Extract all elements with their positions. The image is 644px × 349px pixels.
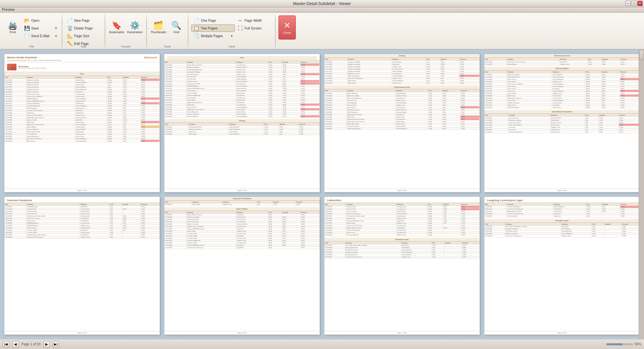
multiple-pages-label: Multiple Pages — [201, 34, 223, 38]
zoom-label: 59% — [635, 342, 641, 346]
email-icon: ✉️ — [24, 33, 30, 39]
table-row: 04.07.2009Lehmanns MarktstandCallahan La… — [165, 239, 320, 242]
page-6-ipoh-table: Date Company Employee Price Quantity Dis… — [164, 211, 320, 249]
table-row: 24.08.2009Die Wandernde KuhSuyama Michae… — [325, 249, 480, 251]
table-row: 13.08.2009Trafikk HypermarkederPeacock M… — [325, 127, 480, 130]
main-content: Master-Detail-Subdetail Stimulsoft This … — [0, 50, 644, 339]
thumbnails-button[interactable]: 🗂️ Thumbnails — [150, 15, 167, 40]
send-email-button[interactable]: ✉️ Send E-Mail ▼ — [22, 32, 59, 40]
table-row: 25.03.2009Bakverk MarkosLeverling Janet1… — [5, 126, 160, 128]
parameters-button[interactable]: ⚙️ Parameters — [126, 15, 144, 40]
page-8-octuple-table: Date Company Employee Price Quantity Dis… — [484, 223, 640, 237]
table-row: 19.08.2009Suven GasslerCallahan Laura260… — [485, 92, 640, 95]
bookmarks-button[interactable]: 🔖 Bookmarks — [108, 15, 125, 40]
table-row: 13.09.2010Antonio Moreno TaqueriaLeverli… — [165, 64, 320, 66]
maximize-button[interactable]: □ — [631, 1, 637, 6]
multiple-pages-button[interactable]: 🗒️ Multiple Pages ▼ — [191, 32, 235, 40]
find-button[interactable]: 🔍 Find — [168, 15, 185, 40]
edit-small-buttons: 📄 New Page 🗑️ Delete Page 📐 Page Size ✏️… — [65, 15, 102, 47]
table-row: 13.09.2009Berglunds snabbköpFuller Andre… — [485, 119, 640, 121]
table-row: 07.03.2009Fisk och hä FlitLeverling Jane… — [325, 208, 480, 210]
table-row: 21.04.2010Hungry Owl All-Night GrocersDo… — [5, 100, 160, 102]
table-row: 19.02.2010La maison d'AsieDavolio Nancy1… — [165, 92, 320, 94]
page-7-header: Lakkertikol — [324, 197, 480, 203]
doc-page-7[interactable]: Lakkertikol Date Company Employee Price … — [324, 196, 480, 335]
save-icon: 💾 — [24, 25, 30, 31]
new-page-icon: 📄 — [67, 18, 73, 23]
table-row: 07.03.2010Folia glaroShopLeverling Janet… — [5, 208, 160, 210]
doc-page-4[interactable]: Chartreuse verte Date Company Employee P… — [484, 54, 640, 192]
table-row: 08.03.2009Fisk och hä FlitLeverling Jane… — [325, 206, 480, 208]
panels-group-label: Panels — [105, 45, 146, 48]
preview-label: Preview — [0, 7, 644, 13]
last-page-button[interactable]: ▶| — [53, 341, 59, 348]
table-row: 08.10.2009Fisk och hä FlitSuyama Michael… — [165, 78, 320, 80]
logo-section: 🍓 Beverages Soft drinks, coffees, teas, … — [4, 62, 160, 72]
doc-page-1[interactable]: Master-Detail-Subdetail Stimulsoft This … — [4, 54, 160, 192]
doc-page-3[interactable]: Chang Date Company Employee Price Quanti… — [324, 54, 480, 192]
table-row: 14.11.2009Fisk och hä FlitSuyama Michael… — [165, 75, 320, 78]
table-row: 10.07.2009Nelson-Clabo MarkosDavolio Nan… — [485, 124, 640, 126]
table-row: 07.11.2009Island TradingCallahan Laura46… — [165, 230, 320, 232]
titlebar: Master-Detail-Subdetail - Viewer ─ □ ✕ — [0, 0, 644, 7]
window-close-button[interactable]: ✕ — [637, 1, 643, 6]
page-3-table: Date Company Employee Price Quantity Dis… — [324, 58, 480, 84]
page-width-button[interactable]: ↔️ Page Width — [235, 17, 272, 24]
save-button[interactable]: 💾 Save ▼ — [22, 24, 59, 32]
scrollbar-thumb[interactable] — [639, 50, 644, 60]
table-row: 10.01.2010Rattlesnake Canyon GroceryLeve… — [325, 118, 480, 120]
page-2-table: Date Company Employee Price Quantity Dis… — [164, 61, 320, 118]
table-row: 07.02.2009Lonesome Pine RestaurantKing R… — [5, 109, 160, 112]
table-row: 04.09.2010Rattlesnake Canyon GroceryDavo… — [325, 120, 480, 123]
table-row: 14.04.2009La maison d'AsieLeverling Jane… — [165, 237, 320, 239]
col-date: Date — [165, 61, 186, 64]
table-row: 08.01.2009Berglunds snabbköpPeacock Marg… — [325, 251, 480, 253]
page-4-cote: Côte de Blaye — [484, 67, 640, 70]
open-button[interactable]: 📂 Open — [22, 17, 59, 24]
col-date: Date — [5, 76, 26, 79]
zoom-track — [606, 343, 623, 345]
page-1-number: Page 1 of 59 — [4, 188, 160, 192]
page-2-header: One — [164, 54, 320, 61]
vertical-scrollbar[interactable] — [639, 50, 644, 339]
next-page-button[interactable]: ▶ — [43, 341, 50, 348]
logo-image: 🍓 — [7, 64, 16, 70]
table-row: 22.02.2010Rattlesnake Canyon GroceryPeac… — [5, 123, 160, 126]
table-row: 18.09.2009La maison d'AsieKing Robert46,… — [165, 235, 320, 237]
col-company: Company — [26, 76, 75, 79]
doc-page-5[interactable]: Guaraná Fantástica Date Company Employee… — [4, 196, 160, 335]
zoom-slider[interactable] — [606, 343, 633, 345]
table-row: 23.07.2009Folis Head Gourmet ProvisionsK… — [485, 61, 640, 63]
page-7-number: Page 7 of 59 — [324, 331, 480, 335]
two-pages-button[interactable]: 📋 Two Pages — [191, 24, 235, 32]
one-page-button[interactable]: 📄 One Page — [191, 17, 235, 24]
page-8-header: Laughing Lumberjack Lager — [484, 197, 640, 203]
table-row: 02.09.2010Wales ZápoliCallahan Laura4,9p… — [165, 203, 320, 206]
full-screen-button[interactable]: ⛶ Full Screen — [235, 24, 272, 32]
minimize-button[interactable]: ─ — [625, 1, 631, 6]
table-row: 09.03.2009Alfredo SalsichainSuyama Micha… — [325, 92, 480, 95]
prev-page-button[interactable]: ◀ — [12, 341, 19, 348]
new-page-button[interactable]: 📄 New Page — [65, 17, 102, 24]
table-row: 08.03.2009Lonesome Pine RestaurantKing R… — [485, 213, 640, 215]
table-row: 12.03.2009The Cracker BoxLeverling Janet… — [5, 133, 160, 135]
delete-page-button[interactable]: 🗑️ Delete Page — [65, 24, 102, 32]
table-row: 27.03.2009Bakverk MarkosCallahan Laura16… — [485, 63, 640, 65]
statusbar: |◀ ◀ Page 1 of 59 ▶ ▶| 59% — [0, 339, 644, 349]
table-row: 08.02.2010Ricardo AdocicadosDavolio Nanc… — [325, 123, 480, 125]
view-buttons: 📄 One Page 📋 Two Pages 🗒️ Multiple Pages… — [191, 14, 272, 48]
file-buttons: 🖨️ Print 📂 Open 💾 Save ▼ ✉️ Send E-Mail … — [4, 14, 59, 48]
close-button[interactable]: ✕ Close — [278, 15, 296, 40]
doc-page-2[interactable]: One Date Company Employee Price Quantity… — [164, 54, 320, 192]
parameters-label: Parameters — [127, 31, 143, 34]
doc-page-8[interactable]: Laughing Lumberjack Lager Date Company E… — [484, 196, 640, 335]
table-row: 04.08.2009Maman HerouPeacock Margaret18,… — [5, 140, 160, 142]
first-page-button[interactable]: |◀ — [3, 341, 9, 348]
print-button[interactable]: 🖨️ Print — [4, 15, 21, 40]
page-size-button[interactable]: 📐 Page Size — [65, 32, 102, 40]
page-7-octuple-table: Date Company Employee Price Quantity Dis… — [324, 241, 480, 258]
table-row: 15.12.2009Pericles Comidas clásicasCalla… — [5, 114, 160, 116]
table-row: 10.02.2009Rattlesnake Canyon GroceryDavo… — [165, 108, 320, 111]
doc-page-6[interactable]: Guaraná Fantástica Date Company Employee… — [164, 196, 320, 335]
page-2-chang: Chang — [164, 119, 320, 123]
